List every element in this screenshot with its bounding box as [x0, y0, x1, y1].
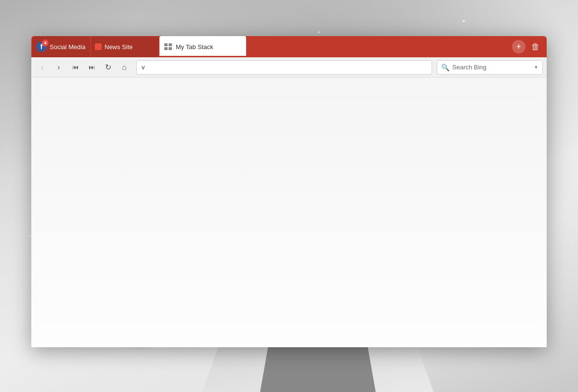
back-button[interactable]: ‹ [35, 60, 50, 75]
address-bar[interactable] [136, 60, 432, 75]
search-bar-label: Search Bing [452, 64, 531, 71]
tab-stack-dot-2 [169, 43, 172, 46]
browser-content [31, 78, 547, 347]
tab-stack-label: My Tab Stack [176, 43, 213, 51]
tab-social-media[interactable]: f 4 Social Media [32, 36, 90, 57]
facebook-icon: f 4 [36, 41, 47, 52]
rewind-icon: ⏮ [72, 64, 79, 71]
app-container: 1.6 f 4 Social Media News Sit [0, 0, 578, 392]
forward-icon: › [57, 63, 60, 72]
chevron-down-icon[interactable]: ▼ [534, 65, 539, 70]
tab-stack-icon [164, 43, 172, 50]
tab-stack-dot-1 [164, 43, 168, 46]
search-bar[interactable]: 🔍 Search Bing ▼ [437, 60, 543, 75]
home-button[interactable]: ⌂ [117, 60, 131, 75]
tab-stack-dot-3 [164, 47, 168, 50]
add-tab-button[interactable]: + [512, 40, 525, 53]
tab-bar-actions: + 🗑 [508, 36, 546, 57]
reload-icon: ↻ [105, 63, 111, 72]
news-site-tab-label: News Site [105, 43, 133, 51]
tab-bar: f 4 Social Media News Site My Tab Stack [31, 36, 547, 57]
news-favicon-icon [95, 43, 102, 50]
fast-forward-button[interactable]: ⏭ [84, 60, 99, 75]
tab-stack-dot-4 [169, 47, 172, 50]
fast-forward-icon: ⏭ [89, 64, 95, 71]
forward-button[interactable]: › [52, 60, 66, 75]
social-media-tab-label: Social Media [50, 43, 85, 51]
toolbar: ‹ › ⏮ ⏭ ↻ ⌂ 🔍 Search Bing ▼ [31, 57, 547, 78]
tab-news-site[interactable]: News Site [91, 36, 158, 57]
browser-window: f 4 Social Media News Site My Tab Stack [31, 36, 547, 347]
tab-badge: 4 [42, 39, 49, 46]
active-tab-indicator [159, 56, 246, 57]
home-icon: ⌂ [122, 63, 127, 72]
search-icon: 🔍 [441, 64, 449, 71]
rewind-button[interactable]: ⏮ [68, 60, 82, 75]
trash-button[interactable]: 🗑 [529, 40, 542, 54]
tab-my-tab-stack[interactable]: My Tab Stack [159, 36, 246, 57]
back-icon: ‹ [41, 63, 43, 72]
reload-button[interactable]: ↻ [101, 60, 115, 75]
